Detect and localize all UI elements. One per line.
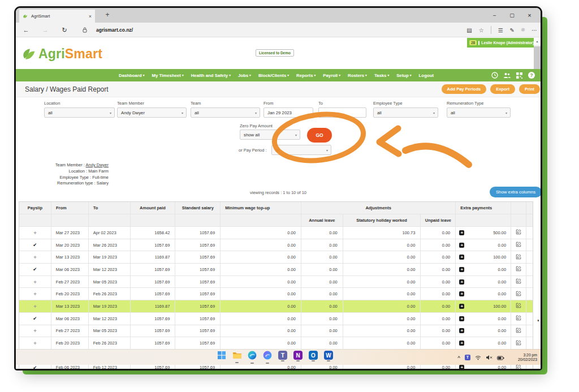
taskbar-clock[interactable]: 3:20 pm 20/02/2023 [518, 350, 537, 365]
cell-edit[interactable] [511, 288, 526, 300]
employee-type-select[interactable]: all▾ [373, 107, 438, 118]
nav-item-tasks[interactable]: Tasks▾ [374, 73, 389, 78]
add-extra-payment-icon[interactable]: + [459, 243, 464, 248]
volume-muted-icon[interactable] [486, 352, 492, 363]
tab-close-icon[interactable]: × [89, 14, 92, 19]
payslip-check-icon[interactable]: ✔ [33, 316, 37, 321]
edit-payslip-icon[interactable] [516, 254, 521, 261]
web-note-icon[interactable]: ✎ [510, 27, 515, 33]
more-options-icon[interactable]: ⋯ [532, 27, 537, 33]
payslip-status-cell[interactable]: ✔ [19, 264, 51, 275]
add-extra-payment-icon[interactable]: + [459, 267, 464, 272]
cell-edit[interactable] [511, 227, 526, 239]
taskbar-app-file-explorer[interactable] [232, 351, 242, 363]
payslip-status-cell[interactable]: + [19, 251, 51, 263]
add-extra-payment-icon[interactable]: + [459, 279, 464, 285]
taskbar-app-onenote[interactable]: N [293, 351, 303, 361]
add-extra-payment-icon[interactable]: + [459, 291, 464, 296]
payslip-status-cell[interactable]: + [19, 288, 51, 300]
user-badge[interactable]: 28 Leslie Knope (Administrator) [467, 38, 534, 48]
taskbar-app-outlook[interactable]: O [308, 351, 318, 361]
edit-payslip-icon[interactable] [516, 303, 521, 309]
go-button[interactable]: GO [307, 128, 332, 143]
tray-chevron-icon[interactable]: ^ [457, 355, 460, 360]
cell-edit[interactable] [511, 337, 526, 349]
taskbar-app-edge[interactable] [247, 351, 257, 364]
add-extra-payment-icon[interactable]: + [459, 230, 464, 235]
nav-item-setup[interactable]: Setup▾ [396, 73, 411, 78]
hub-icon[interactable]: ☰ [498, 27, 503, 33]
payslip-check-icon[interactable]: ✔ [33, 365, 37, 369]
remuneration-type-select[interactable]: all▾ [447, 107, 511, 118]
history-clock-icon[interactable] [491, 72, 498, 79]
payslip-plus-icon[interactable]: + [33, 340, 37, 346]
add-extra-payment-icon[interactable]: + [459, 365, 464, 369]
forward-icon[interactable]: → [40, 23, 51, 37]
window-close-button[interactable]: × [521, 12, 538, 19]
cell-edit[interactable] [511, 313, 526, 325]
team-member-select[interactable]: Andy Dwyer▾ [117, 107, 187, 118]
url-text[interactable]: agrismart.co.nz/ [96, 23, 133, 37]
window-maximize-button[interactable]: ▢ [503, 12, 521, 18]
nav-item-reports[interactable]: Reports▾ [296, 73, 316, 78]
taskbar-app-start[interactable] [217, 351, 227, 362]
scroll-up-icon[interactable]: ▲ [534, 37, 541, 45]
tray-teams-icon[interactable]: T [465, 355, 470, 360]
window-minimize-button[interactable]: – [486, 12, 503, 18]
cell-edit[interactable] [511, 325, 526, 337]
edit-payslip-icon[interactable] [516, 266, 521, 273]
add-pay-periods-button[interactable]: Add Pay Periods [442, 84, 487, 94]
add-extra-payment-icon[interactable]: + [459, 328, 464, 333]
to-input[interactable] [318, 107, 366, 118]
cell-edit[interactable] [511, 251, 526, 263]
nav-item-my-timesheet[interactable]: My Timesheet▾ [152, 73, 184, 78]
cell-edit[interactable] [511, 239, 526, 251]
edit-payslip-icon[interactable] [516, 242, 521, 248]
add-extra-payment-icon[interactable]: + [459, 316, 464, 321]
add-extra-payment-icon[interactable]: + [459, 304, 464, 309]
payslip-check-icon[interactable]: ✔ [33, 266, 37, 272]
help-icon[interactable]: ? [528, 72, 535, 79]
payslip-plus-icon[interactable]: + [33, 303, 37, 309]
edit-payslip-icon[interactable] [516, 291, 521, 298]
zero-pay-amount-select[interactable]: show all ▾ [240, 130, 300, 140]
edit-payslip-icon[interactable] [516, 229, 521, 236]
payslip-plus-icon[interactable]: + [33, 254, 37, 260]
browser-tab-agrismart[interactable]: AgriSmart × [19, 10, 95, 23]
taskbar-app-word[interactable]: W [323, 351, 334, 361]
summary-value-link[interactable]: Andy Dwyer [86, 162, 109, 167]
edit-payslip-icon[interactable] [516, 340, 521, 347]
payslip-plus-icon[interactable]: + [33, 328, 37, 334]
nav-item-jobs[interactable]: Jobs▾ [238, 73, 251, 78]
cell-edit[interactable] [511, 264, 526, 275]
payslip-status-cell[interactable]: + [19, 227, 51, 239]
nav-item-rosters[interactable]: Rosters▾ [348, 73, 367, 78]
payslip-plus-icon[interactable]: + [33, 279, 37, 285]
nav-item-health-and-safety[interactable]: Health and Safety▾ [191, 73, 231, 78]
share-icon[interactable]: ⌾ [521, 27, 525, 33]
refresh-icon[interactable]: ↻ [59, 23, 70, 37]
payslip-check-icon[interactable]: ✔ [33, 242, 37, 248]
cell-edit[interactable] [511, 300, 526, 312]
edit-payslip-icon[interactable] [516, 315, 521, 322]
export-button[interactable]: Export [490, 84, 515, 94]
payslip-status-cell[interactable]: + [19, 325, 51, 337]
payslip-status-cell[interactable]: + [19, 337, 51, 349]
team-select[interactable]: all▾ [191, 107, 260, 118]
new-tab-button[interactable]: + [102, 11, 113, 19]
cell-edit[interactable] [511, 276, 526, 288]
location-select[interactable]: all▾ [44, 107, 115, 118]
pay-period-select[interactable]: all ▾ [271, 145, 331, 155]
back-icon[interactable]: ← [20, 23, 32, 37]
wifi-icon[interactable] [475, 352, 481, 363]
favorites-star-icon[interactable]: ☆ [479, 27, 484, 33]
taskbar-app-edge-swirl[interactable] [262, 351, 273, 364]
nav-item-payroll[interactable]: Payroll▾ [323, 73, 340, 78]
edit-payslip-icon[interactable] [516, 278, 521, 285]
reading-view-icon[interactable]: ▤ [466, 27, 472, 33]
show-extra-columns-button[interactable]: Show extra columns [490, 187, 541, 197]
payslip-plus-icon[interactable]: + [33, 230, 37, 236]
payslip-status-cell[interactable]: ✔ [19, 313, 51, 325]
payslip-plus-icon[interactable]: + [33, 291, 37, 297]
print-button[interactable]: Print [519, 84, 540, 94]
